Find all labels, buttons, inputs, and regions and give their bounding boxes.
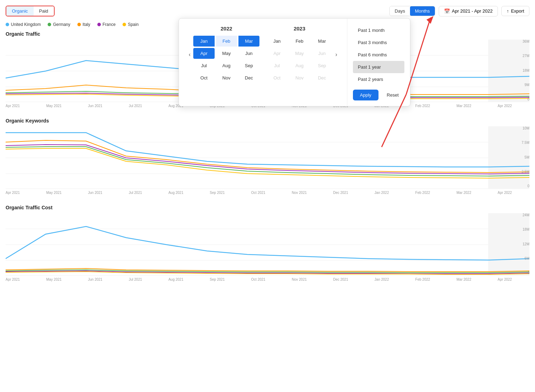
organic-keywords-y-axis: 10M 7.5M 5M 2.5M 0 bbox=[512, 126, 529, 189]
month-jan-2022[interactable]: Jan bbox=[193, 36, 214, 47]
month-jan-2023[interactable]: Jan bbox=[266, 36, 287, 47]
months-toggle[interactable]: Months bbox=[410, 6, 435, 16]
legend-item-it: Italy bbox=[77, 22, 90, 27]
month-oct-2022[interactable]: Oct bbox=[193, 72, 214, 83]
organic-traffic-cost-section: Organic Traffic Cost bbox=[6, 205, 529, 283]
day-month-toggle: Days Months bbox=[389, 6, 435, 16]
organic-traffic-cost-svg bbox=[6, 213, 529, 276]
calendar-nav-row: ‹ 2022 Jan Feb Mar Apr May Jun Jul Aug bbox=[186, 26, 340, 83]
legend-item-uk: United Kingdom bbox=[6, 22, 41, 27]
main-container: Organic Paid Days Months 📅 Apr 2021 - Ap… bbox=[0, 0, 535, 392]
tab-group: Organic Paid bbox=[6, 6, 55, 16]
calendar-next-btn[interactable]: › bbox=[333, 50, 340, 59]
tab-paid[interactable]: Paid bbox=[34, 6, 54, 16]
month-feb-2023[interactable]: Feb bbox=[289, 36, 310, 47]
month-dec-2022[interactable]: Dec bbox=[238, 72, 259, 83]
organic-traffic-cost-x-axis: Apr 2021 May 2021 Jun 2021 Jul 2021 Aug … bbox=[6, 276, 512, 281]
date-range-label: Apr 2021 - Apr 2022 bbox=[452, 8, 493, 14]
legend-label-de: Germany bbox=[53, 22, 70, 27]
month-aug-2022[interactable]: Aug bbox=[216, 60, 237, 71]
organic-keywords-chart: 10M 7.5M 5M 2.5M 0 Apr 2021 May 2021 Jun… bbox=[6, 126, 529, 196]
calendar-2022-months: Jan Feb Mar Apr May Jun Jul Aug Sep Oct … bbox=[193, 36, 259, 83]
organic-keywords-svg bbox=[6, 126, 529, 189]
legend-dot-de bbox=[48, 23, 51, 26]
calendar-icon: 📅 bbox=[444, 8, 450, 14]
organic-keywords-section: Organic Keywords bbox=[6, 118, 529, 196]
year-2022-label: 2022 bbox=[193, 26, 259, 31]
legend-item-fr: France bbox=[97, 22, 116, 27]
quick-past-3-months[interactable]: Past 3 months bbox=[353, 36, 404, 49]
export-button[interactable]: ↑ Export bbox=[501, 6, 529, 16]
month-oct-2023: Oct bbox=[266, 72, 287, 83]
legend-label-fr: France bbox=[103, 22, 116, 27]
organic-keywords-title: Organic Keywords bbox=[6, 118, 529, 124]
header: Organic Paid Days Months 📅 Apr 2021 - Ap… bbox=[6, 6, 529, 16]
calendar-prev-btn[interactable]: ‹ bbox=[186, 50, 193, 59]
organic-traffic-y-axis: 36M 27M 18M 9M 0 bbox=[512, 40, 529, 103]
quick-past-1-month[interactable]: Past 1 month bbox=[353, 24, 404, 36]
quick-select-panel: Past 1 month Past 3 months Past 6 months… bbox=[347, 19, 410, 106]
legend-label-it: Italy bbox=[83, 22, 90, 27]
calendar-panel: ‹ 2022 Jan Feb Mar Apr May Jun Jul Aug bbox=[179, 19, 347, 106]
organic-keywords-x-axis: Apr 2021 May 2021 Jun 2021 Jul 2021 Aug … bbox=[6, 189, 512, 195]
tab-organic[interactable]: Organic bbox=[6, 6, 34, 16]
month-may-2023: May bbox=[289, 48, 310, 59]
month-jul-2023: Jul bbox=[266, 60, 287, 71]
month-sep-2022[interactable]: Sep bbox=[238, 60, 259, 71]
organic-traffic-cost-title: Organic Traffic Cost bbox=[6, 205, 529, 210]
days-toggle[interactable]: Days bbox=[390, 6, 410, 16]
month-nov-2023: Nov bbox=[289, 72, 310, 83]
right-controls: Days Months 📅 Apr 2021 - Apr 2022 ↑ Expo… bbox=[389, 6, 529, 16]
export-icon: ↑ bbox=[507, 8, 509, 14]
organic-traffic-cost-chart: 24M 18M 12M 6M 0 Apr 2021 May 2021 Jun 2… bbox=[6, 213, 529, 283]
month-dec-2023: Dec bbox=[311, 72, 332, 83]
calendar-2023-col: 2023 Jan Feb Mar Apr May Jun Jul Aug Sep… bbox=[266, 26, 333, 83]
quick-past-1-year[interactable]: Past 1 year bbox=[353, 61, 404, 73]
calendar-2022-col: 2022 Jan Feb Mar Apr May Jun Jul Aug Sep… bbox=[193, 26, 259, 83]
export-label: Export bbox=[511, 8, 524, 14]
legend-label-es: Spain bbox=[128, 22, 139, 27]
month-nov-2022[interactable]: Nov bbox=[216, 72, 237, 83]
quick-actions: Apply Reset bbox=[353, 85, 404, 100]
month-apr-2022[interactable]: Apr bbox=[193, 48, 214, 59]
calendar-years: 2022 Jan Feb Mar Apr May Jun Jul Aug Sep… bbox=[193, 26, 332, 83]
legend-dot-fr bbox=[97, 23, 101, 26]
year-2023-label: 2023 bbox=[266, 26, 333, 31]
month-jun-2022[interactable]: Jun bbox=[238, 48, 259, 59]
quick-past-2-years[interactable]: Past 2 years bbox=[353, 73, 404, 85]
month-aug-2023: Aug bbox=[289, 60, 310, 71]
month-may-2022[interactable]: May bbox=[216, 48, 237, 59]
quick-past-6-months[interactable]: Past 6 months bbox=[353, 49, 404, 61]
legend-dot-es bbox=[123, 23, 126, 26]
legend-label-uk: United Kingdom bbox=[11, 22, 41, 27]
date-picker-overlay: ‹ 2022 Jan Feb Mar Apr May Jun Jul Aug bbox=[179, 18, 410, 106]
month-sep-2023: Sep bbox=[311, 60, 332, 71]
organic-traffic-cost-y-axis: 24M 18M 12M 6M 0 bbox=[512, 213, 529, 276]
apply-button[interactable]: Apply bbox=[353, 90, 378, 100]
legend-item-es: Spain bbox=[123, 22, 139, 27]
month-jul-2022[interactable]: Jul bbox=[193, 60, 214, 71]
month-mar-2023[interactable]: Mar bbox=[311, 36, 332, 47]
legend-item-de: Germany bbox=[48, 22, 70, 27]
month-jun-2023: Jun bbox=[311, 48, 332, 59]
calendar-2023-months: Jan Feb Mar Apr May Jun Jul Aug Sep Oct … bbox=[266, 36, 333, 83]
month-apr-2023: Apr bbox=[266, 48, 287, 59]
date-range-button[interactable]: 📅 Apr 2021 - Apr 2022 bbox=[439, 6, 498, 16]
legend-dot-uk bbox=[6, 23, 9, 26]
month-mar-2022[interactable]: Mar bbox=[238, 36, 259, 47]
month-feb-2022[interactable]: Feb bbox=[216, 36, 237, 47]
legend-dot-it bbox=[77, 23, 81, 26]
reset-button[interactable]: Reset bbox=[381, 90, 404, 100]
